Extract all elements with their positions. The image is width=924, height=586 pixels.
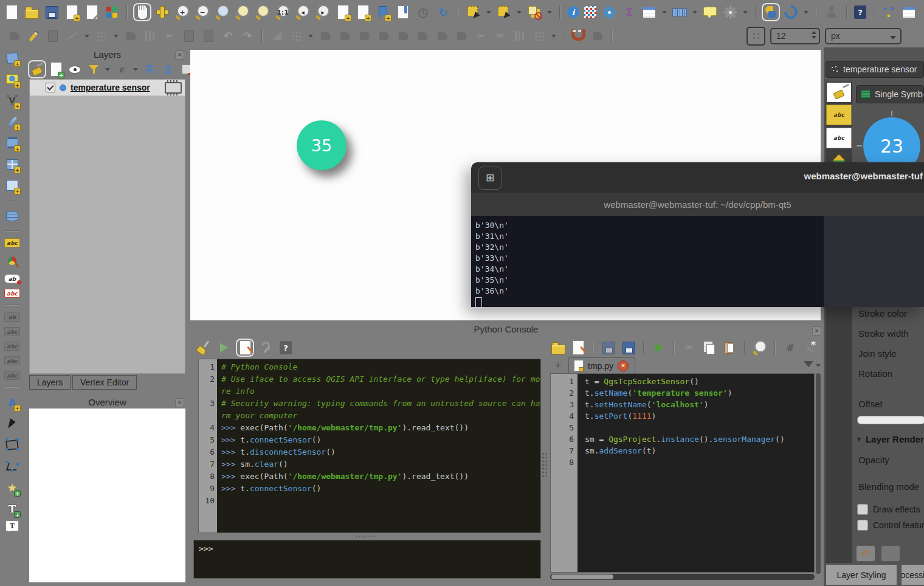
- advanced-digitizing-icon[interactable]: [288, 28, 304, 44]
- new-sensor-layer-icon[interactable]: [4, 135, 20, 151]
- dropdown-caret-icon[interactable]: [692, 11, 697, 14]
- redo-icon[interactable]: ↷: [240, 28, 255, 44]
- digitize-with-segment-icon[interactable]: [64, 28, 80, 44]
- console-help-icon[interactable]: ?: [280, 341, 292, 354]
- spinbox-arrows-icon[interactable]: [812, 31, 816, 39]
- python-console-close-icon[interactable]: [812, 326, 821, 336]
- style-manager-icon[interactable]: [104, 4, 120, 20]
- layer-diagram-options-icon[interactable]: [4, 253, 20, 269]
- open-layer-styling-icon[interactable]: [29, 61, 45, 77]
- add-point-feature-icon[interactable]: [94, 28, 109, 44]
- expand-all-icon[interactable]: [142, 61, 157, 77]
- dropdown-caret-icon[interactable]: [517, 11, 522, 14]
- rotate-feature-icon[interactable]: [337, 28, 353, 44]
- console-options-icon[interactable]: [258, 340, 274, 356]
- dropdown-caret-icon[interactable]: [133, 68, 138, 71]
- new-virtual-layer-icon[interactable]: V: [4, 178, 20, 193]
- measure-angle-icon[interactable]: [269, 28, 284, 44]
- show-editor-icon[interactable]: [237, 340, 253, 356]
- text-annotation-icon[interactable]: T: [4, 501, 20, 517]
- current-edits-icon[interactable]: [6, 28, 22, 44]
- symbology-tab-icon[interactable]: [827, 83, 851, 102]
- tab-close-icon[interactable]: [618, 360, 629, 371]
- manage-map-themes-icon[interactable]: [67, 61, 83, 77]
- split-features-icon[interactable]: ✂: [492, 28, 508, 44]
- enable-tracing-icon[interactable]: [590, 28, 605, 44]
- zoom-to-selection-icon[interactable]: [235, 4, 250, 20]
- move-label-icon[interactable]: abc: [4, 342, 20, 351]
- filter-legend-icon[interactable]: [86, 61, 102, 77]
- pin-unpin-labels-icon[interactable]: ab: [4, 312, 20, 322]
- fill-ring-icon[interactable]: [415, 28, 430, 44]
- zoom-in-icon[interactable]: +: [174, 4, 190, 20]
- labeling-highlight-icon[interactable]: abc: [4, 289, 20, 298]
- marker-annotation-icon[interactable]: ★: [4, 480, 20, 495]
- dropdown-caret-icon[interactable]: [114, 35, 119, 38]
- collapse-all-icon[interactable]: [160, 61, 176, 77]
- run-script-icon[interactable]: [651, 340, 667, 356]
- console-input[interactable]: >>>: [193, 540, 541, 579]
- editor-tab-tmp-py[interactable]: tmp.py: [568, 357, 635, 373]
- zoom-native-icon[interactable]: 1:1: [275, 4, 291, 20]
- field-calculator-icon[interactable]: [601, 4, 617, 20]
- editor-tab-list-icon[interactable]: [804, 361, 813, 367]
- terminal-window[interactable]: webmaster@webmaster-tuf webmaster@webmas…: [471, 162, 924, 307]
- show-layout-manager-icon[interactable]: [84, 4, 100, 20]
- console-input-splitter[interactable]: [190, 534, 541, 539]
- add-ring-icon[interactable]: [376, 28, 391, 44]
- terminal-titlebar[interactable]: webmaster@webmaster-tuf: [471, 162, 924, 193]
- layers-panel-close-icon[interactable]: [175, 50, 184, 60]
- select-features-by-value-icon[interactable]: [496, 4, 512, 20]
- tab-layer-styling[interactable]: Layer Styling: [826, 564, 897, 585]
- find-text-icon[interactable]: [752, 340, 768, 356]
- statistical-summary-icon[interactable]: Σ: [621, 4, 637, 20]
- undo-style-button[interactable]: ↶: [856, 545, 875, 562]
- delete-selected-icon[interactable]: [142, 28, 158, 44]
- metasearch-icon[interactable]: [824, 4, 840, 20]
- console-output[interactable]: 1# Python Console2# Use iface to access …: [198, 359, 541, 533]
- save-script-icon[interactable]: [601, 340, 616, 356]
- vertex-tool-icon[interactable]: [531, 28, 547, 44]
- run-feature-action-icon[interactable]: [584, 5, 597, 19]
- move-feature-icon[interactable]: [123, 28, 139, 44]
- toggle-comment-icon[interactable]: #: [782, 340, 798, 356]
- nominatim-search-icon[interactable]: [722, 4, 738, 20]
- new-annotation-layer-icon[interactable]: A: [4, 395, 20, 410]
- clear-console-icon[interactable]: [195, 340, 210, 356]
- terminal-new-tab-icon[interactable]: [478, 167, 502, 190]
- add-group-icon[interactable]: [48, 61, 64, 77]
- layer-row[interactable]: temperature sensor: [30, 80, 185, 96]
- overview-canvas[interactable]: [29, 408, 185, 582]
- cut-features-icon[interactable]: ✂: [162, 28, 178, 44]
- tab-processing[interactable]: Processing: [901, 564, 924, 585]
- new-print-layout-icon[interactable]: [64, 4, 80, 20]
- new-spatial-bookmark-icon[interactable]: [375, 4, 391, 20]
- tab-vertex-editor[interactable]: Vertex Editor: [72, 375, 137, 390]
- save-layer-edits-icon[interactable]: [45, 28, 61, 44]
- offset-input[interactable]: [857, 416, 924, 424]
- labels-tab-icon[interactable]: abc: [826, 105, 852, 125]
- open-attribute-table-icon[interactable]: [641, 4, 657, 20]
- filter-by-expression-icon[interactable]: ε: [114, 61, 129, 77]
- select-features-icon[interactable]: [466, 4, 481, 20]
- zoom-out-icon[interactable]: −: [195, 4, 210, 20]
- editor-code[interactable]: 1t = QgsTcpSocketSensor()2t.setName('tem…: [550, 373, 815, 573]
- project-save-icon[interactable]: [44, 4, 60, 20]
- copy-icon[interactable]: [702, 340, 717, 356]
- editor-vertical-scrollbar[interactable]: [816, 373, 821, 574]
- map-tips-icon[interactable]: [702, 4, 718, 20]
- offset-curve-icon[interactable]: [434, 28, 450, 44]
- save-script-as-icon[interactable]: [621, 340, 636, 356]
- dropdown-caret-icon[interactable]: [308, 35, 313, 38]
- terminal-tabbar[interactable]: webmaster@webmaster-tuf: ~/dev/cpp/bm-qt…: [471, 193, 924, 216]
- zoom-last-icon[interactable]: ◂: [295, 4, 311, 20]
- pan-to-selection-icon[interactable]: [154, 4, 170, 20]
- show-hidden-labels-icon[interactable]: abc: [4, 327, 20, 336]
- draw-effects-checkbox[interactable]: [857, 504, 868, 515]
- add-part-icon[interactable]: [395, 28, 411, 44]
- form-annotation-icon[interactable]: T: [5, 520, 19, 531]
- check-geometries-icon[interactable]: [881, 4, 897, 20]
- control-order-checkbox[interactable]: [857, 520, 868, 531]
- reshape-features-icon[interactable]: [453, 28, 469, 44]
- layer-visibility-checkbox[interactable]: [46, 83, 55, 92]
